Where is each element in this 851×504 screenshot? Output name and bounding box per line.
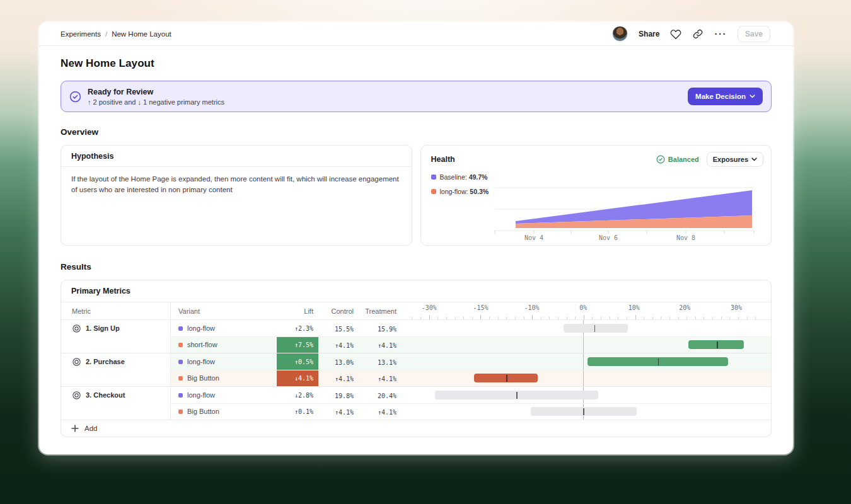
- results-heading: Results: [61, 262, 772, 272]
- metric-variant-row[interactable]: 3. Checkout long-flow ↓2.8% 19.8% 20.4%: [61, 387, 771, 403]
- axis-tick: [489, 317, 490, 319]
- svg-text:Nov 6: Nov 6: [598, 234, 617, 241]
- control-value: ↑4.1%: [335, 342, 354, 349]
- axis-tick: [652, 317, 653, 319]
- breadcrumb-experiments[interactable]: Experiments: [61, 30, 101, 38]
- check-circle-icon: [656, 155, 665, 164]
- treatment-value: ↑4.1%: [378, 342, 397, 349]
- variant-swatch: [178, 410, 183, 414]
- metric-group: 2. Purchase long-flow ↑0.5% 13.0% 13.1% …: [61, 353, 771, 386]
- axis-tick: [524, 317, 524, 319]
- axis-tick-label: -30%: [422, 304, 437, 311]
- variant-name: Big Button: [187, 408, 219, 415]
- metric-variant-row[interactable]: Big Button ↓4.1% ↑4.1% ↑4.1%: [61, 370, 771, 386]
- axis-tick-label: 0%: [579, 304, 587, 311]
- treatment-value: 20.4%: [378, 392, 397, 399]
- treatment-value: ↑4.1%: [378, 409, 397, 416]
- confidence-interval-cell: [398, 370, 771, 386]
- point-estimate-tick: [516, 392, 518, 399]
- axis-tick: [644, 317, 644, 319]
- point-estimate-tick: [594, 325, 596, 332]
- axis-tick: [558, 317, 559, 319]
- variant-swatch: [178, 376, 183, 381]
- col-variant: Variant: [171, 307, 277, 315]
- axis-tick: [703, 317, 704, 319]
- check-circle-icon: [69, 91, 81, 103]
- metric-variant-row[interactable]: 2. Purchase long-flow ↑0.5% 13.0% 13.1%: [61, 353, 771, 370]
- app-window: Experiments / New Home Layout Share ··· …: [39, 22, 793, 454]
- make-decision-button[interactable]: Make Decision: [688, 88, 763, 105]
- variant-swatch: [178, 326, 183, 331]
- axis-tick: [686, 317, 687, 319]
- axis-tick: [541, 317, 541, 319]
- variant-name: long-flow: [187, 358, 215, 365]
- confidence-interval-cell: [398, 387, 771, 403]
- axis-tick-label: -10%: [524, 304, 539, 311]
- control-value: ↑4.1%: [335, 409, 354, 416]
- zero-line: [583, 353, 584, 370]
- treatment-value: ↑4.1%: [378, 375, 397, 382]
- confidence-interval-bar: [531, 407, 637, 416]
- col-control: Control: [318, 307, 357, 315]
- primary-metrics-title: Primary Metrics: [61, 280, 771, 302]
- axis-tick: [532, 315, 533, 319]
- health-title: Health: [431, 155, 455, 164]
- metric-goal-icon: [72, 357, 81, 367]
- variant-name: long-flow: [187, 391, 215, 399]
- lift-value: ↑0.1%: [294, 408, 313, 415]
- pm-rows: 1. Sign Up long-flow ↑2.3% 15.5% 15.9% s…: [61, 320, 771, 420]
- breadcrumb-current-page: New Home Layout: [112, 30, 171, 38]
- table-header: Metric Variant Lift Control Treatment -3…: [61, 302, 771, 320]
- add-label: Add: [84, 425, 97, 432]
- axis-tick: [695, 317, 696, 319]
- axis-tick: [506, 317, 507, 319]
- confidence-interval-cell: [398, 403, 771, 420]
- axis-tick: [549, 317, 550, 319]
- metric-group: 3. Checkout long-flow ↓2.8% 19.8% 20.4% …: [61, 386, 771, 420]
- copy-link-icon[interactable]: [692, 28, 703, 40]
- more-options-icon[interactable]: ···: [714, 31, 727, 37]
- banner-subtitle: ↑ 2 positive and ↓ 1 negative primary me…: [88, 98, 224, 106]
- axis-tick: [729, 317, 730, 319]
- overview-heading: Overview: [61, 127, 772, 137]
- plus-icon: [71, 425, 79, 432]
- point-estimate-tick: [506, 375, 507, 382]
- hypothesis-card: Hypothesis If the layout of the Home Pag…: [61, 145, 412, 246]
- avatar[interactable]: [612, 26, 628, 42]
- variant-swatch: [178, 343, 183, 347]
- variant-name: short-flow: [187, 341, 217, 348]
- axis-tick: [669, 317, 670, 319]
- axis-tick-label: 30%: [731, 304, 742, 311]
- point-estimate-tick: [658, 358, 659, 365]
- variant-swatch: [178, 360, 183, 364]
- save-button[interactable]: Save: [738, 26, 770, 42]
- metric-goal-icon: [72, 324, 81, 333]
- lift-value: ↑7.5%: [294, 341, 313, 348]
- metric-variant-row[interactable]: Big Button ↑0.1% ↑4.1% ↑4.1%: [61, 403, 771, 420]
- axis-tick: [498, 317, 499, 319]
- favorite-heart-icon[interactable]: [670, 28, 681, 40]
- share-button[interactable]: Share: [639, 30, 659, 38]
- add-metric-button[interactable]: Add: [61, 420, 771, 437]
- axis-tick: [515, 317, 516, 319]
- variant-swatch: [178, 393, 183, 398]
- exposures-area-chart: Nov 4Nov 6Nov 8: [421, 163, 772, 244]
- axis-tick: [412, 317, 412, 319]
- point-estimate-tick: [583, 408, 584, 415]
- col-treatment: Treatment: [357, 307, 398, 315]
- axis-tick: [618, 317, 618, 319]
- lift-value: ↓4.1%: [294, 375, 313, 382]
- treatment-value: 15.9%: [378, 326, 397, 333]
- axis-tick: [592, 317, 593, 319]
- axis-tick: [420, 317, 421, 319]
- metric-variant-row[interactable]: short-flow ↑7.5% ↑4.1% ↑4.1%: [61, 336, 771, 353]
- control-value: 13.0%: [335, 359, 354, 366]
- chevron-down-icon: [751, 158, 757, 161]
- metric-group: 1. Sign Up long-flow ↑2.3% 15.5% 15.9% s…: [61, 320, 771, 353]
- metric-variant-row[interactable]: 1. Sign Up long-flow ↑2.3% 15.5% 15.9%: [61, 320, 771, 336]
- lift-value: ↑2.3%: [294, 325, 313, 332]
- axis-tick: [446, 317, 447, 319]
- control-value: ↑4.1%: [335, 375, 354, 382]
- confidence-interval-bar: [435, 391, 599, 399]
- axis-tick: [678, 317, 679, 319]
